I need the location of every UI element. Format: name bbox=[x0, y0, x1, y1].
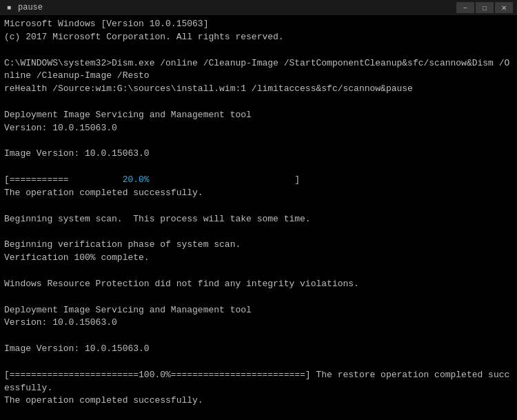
line-3 bbox=[4, 44, 513, 57]
line-command: C:\WINDOWS\system32>Dism.exe /online /Cl… bbox=[4, 57, 513, 97]
line-20: Version: 10.0.15063.0 bbox=[4, 317, 513, 330]
progress-line-1: [=========== 20.0% ] bbox=[4, 174, 513, 187]
line-7 bbox=[4, 135, 513, 148]
line-15: Verification 100% complete. bbox=[4, 252, 513, 265]
window-icon: ■ bbox=[4, 3, 14, 12]
line-10: The operation completed successfully. bbox=[4, 187, 513, 200]
window-title: pause bbox=[18, 3, 43, 12]
close-button[interactable]: ✕ bbox=[495, 2, 513, 13]
line-1: Microsoft Windows [Version 10.0.15063] bbox=[4, 18, 513, 31]
line-25 bbox=[4, 408, 513, 420]
line-2: (c) 2017 Microsoft Corporation. All righ… bbox=[4, 31, 513, 44]
line-6: Version: 10.0.15063.0 bbox=[4, 122, 513, 135]
line-11 bbox=[4, 200, 513, 213]
line-9 bbox=[4, 161, 513, 174]
line-17: Windows Resource Protection did not find… bbox=[4, 278, 513, 291]
line-22: Image Version: 10.0.15063.0 bbox=[4, 343, 513, 356]
line-8: Image Version: 10.0.15063.0 bbox=[4, 148, 513, 161]
line-13 bbox=[4, 226, 513, 239]
line-12: Beginning system scan. This process will… bbox=[4, 213, 513, 226]
percent-1: 20.0% bbox=[123, 174, 150, 185]
cmd-window: ■ pause − □ ✕ Microsoft Windows [Version… bbox=[0, 0, 517, 420]
terminal-body[interactable]: Microsoft Windows [Version 10.0.15063] (… bbox=[0, 15, 517, 420]
progress-line-2: [========================100.0%=========… bbox=[4, 369, 513, 395]
line-19: Deployment Image Servicing and Managemen… bbox=[4, 304, 513, 317]
title-bar-controls: − □ ✕ bbox=[456, 2, 513, 13]
bracket-close-1: ] bbox=[294, 174, 300, 185]
title-bar-left: ■ pause bbox=[4, 3, 43, 12]
line-4 bbox=[4, 96, 513, 109]
line-5: Deployment Image Servicing and Managemen… bbox=[4, 109, 513, 122]
line-21 bbox=[4, 330, 513, 343]
line-24: The operation completed successfully. bbox=[4, 394, 513, 408]
line-18 bbox=[4, 291, 513, 304]
line-16 bbox=[4, 265, 513, 278]
title-bar: ■ pause − □ ✕ bbox=[0, 0, 517, 15]
maximize-button[interactable]: □ bbox=[476, 2, 494, 13]
line-23 bbox=[4, 356, 513, 369]
minimize-button[interactable]: − bbox=[456, 2, 474, 13]
line-14: Beginning verification phase of system s… bbox=[4, 239, 513, 252]
